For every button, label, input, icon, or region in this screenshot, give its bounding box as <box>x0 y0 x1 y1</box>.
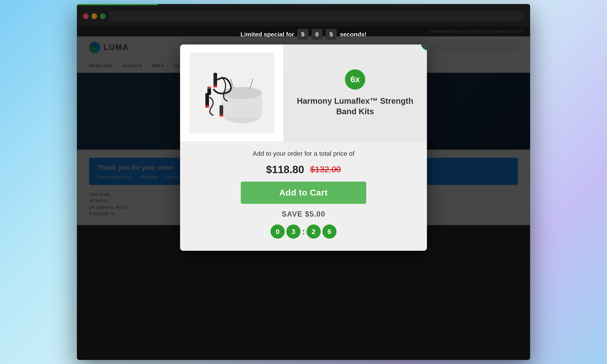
browser-window: Default welcome msg! Sign in or Create a… <box>77 4 530 360</box>
svg-rect-7 <box>205 93 209 107</box>
current-price: $118.80 <box>266 163 304 176</box>
timer-digit-3: 5 <box>326 29 337 40</box>
save-text: SAVE $5.00 <box>282 210 325 218</box>
modal-info-section: 6x Harmony Lumaflex™ Strength Band Kits <box>283 44 427 142</box>
add-to-cart-button[interactable]: Add to Cart <box>241 182 366 204</box>
quantity-badge: 6x <box>345 69 365 90</box>
svg-rect-10 <box>207 87 211 89</box>
product-image-section <box>180 44 283 142</box>
svg-rect-6 <box>213 85 217 87</box>
countdown-digit-3: 2 <box>306 224 321 239</box>
close-icon: × <box>426 44 427 48</box>
modal-top-section: 6x Harmony Lumaflex™ Strength Band Kits <box>180 44 427 142</box>
product-image <box>189 52 274 133</box>
modal-bottom-section: Add to your order for a total price of $… <box>180 142 427 251</box>
timer-prefix: Limited special for <box>241 31 294 38</box>
price-row: $118.80 $132.00 <box>266 163 341 176</box>
upsell-text: Add to your order for a total price of <box>252 150 354 157</box>
svg-rect-11 <box>220 105 223 115</box>
svg-rect-5 <box>213 73 217 87</box>
timer-bar: Limited special for 5 0 5 seconds! <box>77 26 530 42</box>
svg-rect-12 <box>220 115 223 117</box>
countdown-colon: : <box>302 227 305 236</box>
countdown-digit-1: 0 <box>271 224 285 239</box>
product-illustration <box>193 57 270 130</box>
product-title: Harmony Lumaflex™ Strength Band Kits <box>295 96 415 117</box>
original-price: $132.00 <box>310 165 341 174</box>
countdown-digit-4: 6 <box>322 224 336 239</box>
modal-card: × <box>180 44 427 251</box>
svg-rect-8 <box>205 105 209 108</box>
timer-suffix: seconds! <box>340 31 367 38</box>
svg-line-4 <box>250 79 253 89</box>
timer-digit-2: 0 <box>312 29 323 40</box>
countdown-row: 0 3 : 2 6 <box>271 224 336 239</box>
countdown-digit-2: 3 <box>286 224 301 239</box>
timer-digit-1: 5 <box>297 29 308 40</box>
